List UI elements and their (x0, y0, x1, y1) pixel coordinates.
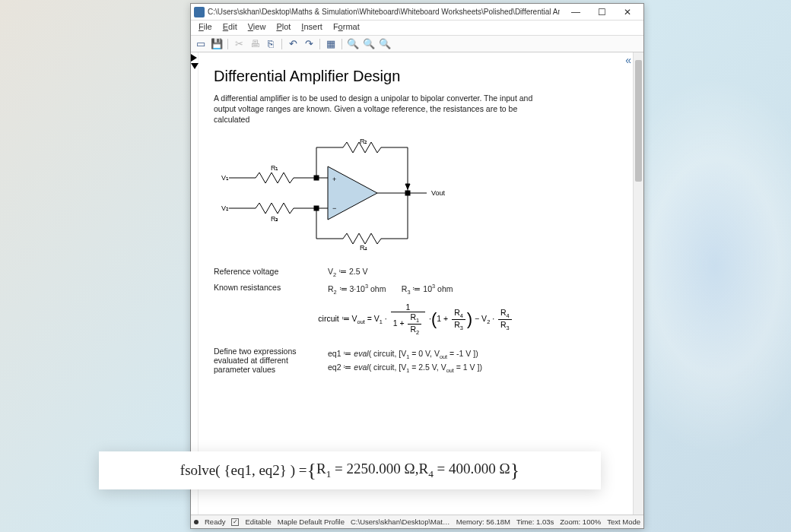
document-area[interactable]: « Differential Amplifier Design A differ… (199, 52, 633, 515)
toolbar-separator (319, 39, 320, 49)
status-time: Time: 1.03s (516, 518, 554, 526)
toolbar: ▭ 💾 ✂ 🖶 ⎘ ↶ ↷ ▦ 🔍 🔍 🔍 (191, 36, 643, 52)
menu-file[interactable]: File (194, 21, 217, 35)
redo-icon[interactable]: ↷ (302, 37, 316, 51)
copy-icon[interactable]: ⎘ (264, 37, 278, 51)
label-r1: R₁ (271, 164, 279, 172)
label-reference-voltage: Reference voltage (214, 267, 313, 278)
label-v1: V₁ (221, 174, 229, 182)
status-profile: Maple Default Profile (278, 518, 345, 526)
status-zoom: Zoom: 100% (560, 518, 601, 526)
svg-marker-12 (405, 184, 410, 189)
menu-format[interactable]: Format (329, 21, 364, 35)
toolbar-separator (341, 39, 342, 49)
result-lhs: fsolve( {eq1, eq2} ) = (180, 462, 307, 479)
intro-text: A differential amplifier is to be used t… (214, 93, 533, 125)
expand-right-icon[interactable] (191, 54, 197, 62)
label-vout: Vout (431, 189, 446, 197)
toolbar-separator (281, 39, 282, 49)
label-define-expressions: Define two expressions evaluated at diff… (214, 347, 313, 376)
menubar: File Edit View Plot Insert Format (191, 21, 643, 36)
app-window: C:\Users\skhan\Desktop\Maths & Simulatio… (190, 3, 644, 529)
circuit-diagram: + − (214, 136, 488, 250)
outline-gutter[interactable] (191, 52, 199, 515)
menu-view[interactable]: View (243, 21, 271, 35)
new-icon[interactable]: ▭ (194, 37, 208, 51)
undo-icon[interactable]: ↶ (286, 37, 300, 51)
brace-close-icon: } (510, 459, 519, 482)
collapse-panel-icon[interactable]: « (625, 54, 631, 66)
result-r4: R4 = 400.000 Ω (418, 461, 510, 480)
svg-rect-19 (405, 191, 410, 195)
content-wrapper: « Differential Amplifier Design A differ… (191, 52, 643, 515)
grid-icon[interactable]: ▦ (324, 37, 338, 51)
menu-insert[interactable]: Insert (297, 21, 327, 35)
titlebar: C:\Users\skhan\Desktop\Maths & Simulatio… (191, 4, 643, 21)
row-known-resistances: Known resistances R2 ≔ 3·103 ohm R3 ≔ 10… (214, 283, 618, 296)
minimize-button[interactable]: — (563, 5, 589, 20)
status-editable: Editable (245, 518, 271, 526)
window-controls: — ☐ ✕ (563, 5, 640, 20)
result-overlay: fsolve( {eq1, eq2} ) = { R1 = 2250.000 Ω… (99, 451, 601, 489)
status-memory: Memory: 56.18M (456, 518, 510, 526)
row-reference-voltage: Reference voltage V2 ≔ 2.5 V (214, 267, 618, 278)
value-known-resistances: R2 ≔ 3·103 ohm R3 ≔ 103 ohm (328, 283, 618, 296)
status-ready: Ready (205, 518, 225, 526)
editable-checkbox[interactable]: ✓ (231, 518, 239, 526)
row-define-expressions: Define two expressions evaluated at diff… (214, 347, 618, 376)
status-indicator-icon (194, 520, 199, 524)
result-r1: R1 = 2250.000 Ω, (316, 461, 418, 480)
label-known-resistances: Known resistances (214, 283, 313, 296)
app-icon (194, 7, 205, 17)
zoom-fit-icon[interactable]: 🔍 (378, 37, 392, 51)
cut-icon[interactable]: ✂ (232, 37, 246, 51)
svg-rect-18 (314, 206, 319, 211)
toolbar-separator (227, 39, 228, 49)
zoom-out-icon[interactable]: 🔍 (362, 37, 376, 51)
value-define-expressions: eq1 ≔ eval( circuit, [V1 = 0 V, Vout = -… (328, 347, 618, 376)
label-v2: V₂ (221, 204, 229, 212)
print-icon[interactable]: 🖶 (248, 37, 262, 51)
scrollbar-thumb[interactable] (635, 60, 642, 182)
save-icon[interactable]: 💾 (210, 37, 224, 51)
label-r3: R₃ (271, 215, 279, 223)
brace-open-icon: { (307, 459, 316, 482)
vertical-scrollbar[interactable] (633, 52, 643, 515)
svg-text:+: + (332, 176, 336, 183)
maximize-button[interactable]: ☐ (589, 5, 615, 20)
expand-down-icon[interactable] (191, 63, 199, 69)
window-title: C:\Users\skhan\Desktop\Maths & Simulatio… (208, 8, 560, 16)
statusbar: Ready ✓ Editable Maple Default Profile C… (191, 515, 643, 528)
svg-text:−: − (332, 204, 336, 212)
circuit-formula: circuit ≔ Vout = V1 · 1 1 + R1R2 ·(1 + R… (214, 302, 618, 336)
menu-plot[interactable]: Plot (272, 21, 295, 35)
page-title: Differential Amplifier Design (214, 68, 618, 85)
value-reference-voltage: V2 ≔ 2.5 V (328, 267, 618, 278)
status-mode: Text Mode (607, 518, 640, 526)
status-path: C:\Users\skhan\Desktop\Maths & Simulatio… (351, 518, 450, 526)
menu-edit[interactable]: Edit (218, 21, 242, 35)
label-r4: R₄ (360, 244, 368, 250)
zoom-in-icon[interactable]: 🔍 (346, 37, 360, 51)
label-r2: R₂ (360, 138, 368, 145)
svg-rect-17 (314, 176, 319, 180)
close-button[interactable]: ✕ (615, 5, 640, 20)
